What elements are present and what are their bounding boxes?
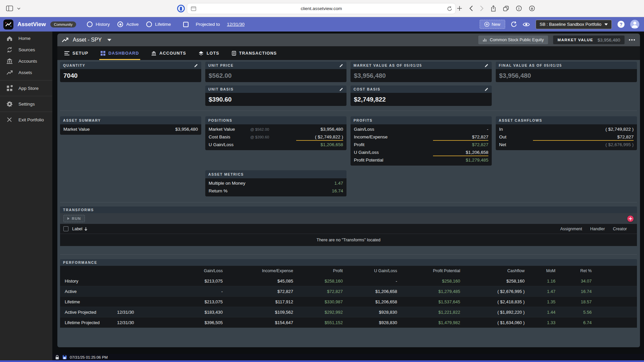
active-label[interactable]: Active bbox=[126, 22, 139, 27]
tab-accounts[interactable]: ACCOUNTS bbox=[151, 46, 186, 60]
performance-cell: 16.74 bbox=[555, 289, 592, 294]
dashboard-content: QUANTITY 7040 UNIT PRICE $562.00 MARKET … bbox=[57, 60, 640, 347]
tab-dashboard[interactable]: DASHBOARD bbox=[101, 46, 139, 60]
plus-circle-icon bbox=[484, 22, 489, 27]
sidebar-item-label: Settings bbox=[18, 102, 35, 107]
asset-class-badge[interactable]: Common Stock Public Equity bbox=[478, 36, 548, 44]
community-badge: Community bbox=[50, 21, 76, 27]
share-icon[interactable] bbox=[491, 5, 496, 12]
row-value: $72,827 bbox=[472, 142, 488, 147]
performance-cell: $109,562 bbox=[223, 310, 293, 315]
user-avatar[interactable] bbox=[630, 20, 639, 29]
market-value-amount: $3,956,480 bbox=[597, 38, 620, 43]
save-icon bbox=[62, 355, 67, 359]
back-icon[interactable] bbox=[469, 5, 473, 11]
projected-date-link[interactable]: 12/31/30 bbox=[227, 22, 245, 27]
password-manager-icon[interactable] bbox=[177, 5, 185, 12]
performance-cell: 1.44 bbox=[525, 310, 555, 315]
edit-icon[interactable] bbox=[339, 87, 343, 92]
close-icon bbox=[6, 117, 13, 122]
active-radio[interactable] bbox=[117, 21, 123, 27]
row-note: @ $390.60 bbox=[250, 135, 269, 139]
help-button[interactable]: ? bbox=[618, 21, 625, 28]
reader-icon[interactable] bbox=[191, 6, 196, 11]
select-all-checkbox[interactable] bbox=[63, 226, 68, 231]
transforms-empty-message: There are no "Transforms" located bbox=[60, 234, 637, 246]
asset-title-dropdown[interactable]: Asset - SPY bbox=[57, 37, 111, 43]
eye-icon[interactable] bbox=[523, 22, 530, 27]
unit-basis-label: UNIT BASIS bbox=[208, 87, 234, 91]
portfolio-selector[interactable]: SB : Baseline Sandbox Portfolio bbox=[536, 20, 612, 29]
new-tab-icon[interactable] bbox=[457, 6, 462, 11]
add-transform-button[interactable] bbox=[627, 216, 634, 222]
edit-icon[interactable] bbox=[194, 63, 198, 68]
column-creator[interactable]: Creator bbox=[613, 227, 627, 231]
chevron-down-icon[interactable] bbox=[17, 7, 20, 10]
row-value: $3,956,480 bbox=[175, 127, 198, 132]
reload-icon[interactable] bbox=[447, 6, 452, 11]
run-button[interactable]: RUN bbox=[63, 215, 85, 222]
cost-basis-value[interactable]: $2,749,822 bbox=[351, 93, 492, 106]
performance-column-header: U Gain/Loss bbox=[343, 268, 397, 273]
tab-transactions[interactable]: TRANSACTIONS bbox=[232, 46, 277, 60]
summary-row: Profit Potential$1,279,485 bbox=[351, 156, 492, 164]
unit-basis-value[interactable]: $390.60 bbox=[205, 93, 346, 106]
final-value-asof-value: $3,956,480 bbox=[496, 69, 637, 82]
list-icon bbox=[64, 51, 69, 55]
lifetime-radio[interactable] bbox=[146, 21, 152, 27]
cost-basis-label: COST BASIS bbox=[354, 87, 380, 91]
sidebar-item-accounts[interactable]: Accounts bbox=[0, 55, 52, 67]
edit-icon[interactable] bbox=[339, 63, 343, 68]
column-label[interactable]: Label bbox=[72, 227, 88, 231]
performance-cell: 1.33 bbox=[525, 320, 555, 325]
performance-cell: $396,505 bbox=[166, 320, 223, 325]
browser-sidebar-toggle-icon[interactable] bbox=[6, 5, 13, 11]
tab-setup[interactable]: SETUP bbox=[64, 46, 88, 60]
refresh-icon[interactable] bbox=[511, 21, 517, 28]
more-options-icon[interactable] bbox=[629, 39, 635, 41]
chevron-down-icon bbox=[604, 23, 608, 25]
edit-icon[interactable] bbox=[484, 63, 489, 68]
sidebar-item-exit-portfolio[interactable]: Exit Portfolio bbox=[0, 114, 52, 125]
history-radio[interactable] bbox=[87, 21, 93, 27]
history-label[interactable]: History bbox=[96, 22, 110, 27]
summary-row: Return %16.74 bbox=[205, 187, 346, 195]
summary-row: Profit$72,827 bbox=[351, 141, 492, 148]
row-label: Profit bbox=[354, 142, 365, 147]
performance-column-header: Gain/Loss bbox=[166, 268, 223, 273]
bank-icon bbox=[6, 58, 13, 64]
tab-overview-icon[interactable] bbox=[503, 6, 509, 11]
sidebar-item-app-store[interactable]: App Store bbox=[0, 82, 52, 94]
layers-icon bbox=[199, 51, 204, 56]
unit-price-value[interactable]: $562.00 bbox=[205, 69, 346, 82]
forward-icon[interactable] bbox=[480, 5, 484, 11]
sidebar-item-sources[interactable]: Sources bbox=[0, 44, 52, 55]
sidebar-divider bbox=[0, 112, 52, 112]
address-bar[interactable]: client.assetview.com bbox=[187, 3, 456, 14]
lifetime-label[interactable]: Lifetime bbox=[155, 22, 171, 27]
bank-icon bbox=[151, 51, 156, 56]
trend-icon bbox=[62, 37, 68, 43]
market-value-asof-value[interactable]: $3,956,480 bbox=[351, 69, 492, 82]
performance-cell: 18.57 bbox=[555, 299, 592, 304]
performance-cell: ( $2,418,835 ) bbox=[460, 299, 525, 304]
edit-icon[interactable] bbox=[484, 87, 489, 92]
status-timestamp: 07/31/25 01:25:06 PM bbox=[70, 355, 108, 359]
sidebar-item-settings[interactable]: Settings bbox=[0, 98, 52, 110]
column-handler[interactable]: Handler bbox=[590, 227, 605, 231]
projected-label: Projected to bbox=[196, 22, 220, 27]
quantity-value[interactable]: 7040 bbox=[60, 69, 201, 82]
quantity-card: QUANTITY 7040 bbox=[60, 62, 201, 82]
tab-lots[interactable]: LOTS bbox=[199, 46, 219, 60]
download-icon[interactable] bbox=[529, 5, 535, 11]
column-assignment[interactable]: Assignment bbox=[560, 227, 582, 231]
row-note: @ $562.00 bbox=[250, 127, 269, 131]
sidebar-divider bbox=[0, 80, 52, 80]
new-button[interactable]: New bbox=[480, 20, 505, 29]
performance-row: Active-$72,827$72,827$1,206,658$1,279,48… bbox=[60, 286, 637, 297]
sidebar-item-assets[interactable]: Assets bbox=[0, 67, 52, 78]
projected-checkbox[interactable] bbox=[183, 22, 189, 27]
info-icon[interactable] bbox=[516, 5, 522, 11]
sidebar: HomeSourcesAccountsAssetsApp StoreSettin… bbox=[0, 32, 52, 362]
sidebar-item-home[interactable]: Home bbox=[0, 33, 52, 44]
